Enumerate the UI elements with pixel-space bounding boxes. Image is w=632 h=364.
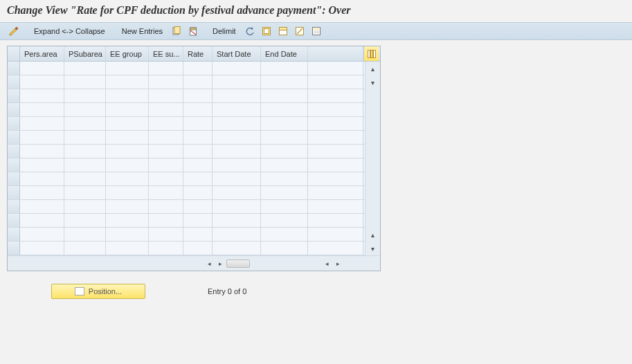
cell[interactable] xyxy=(261,200,308,213)
cell[interactable] xyxy=(261,62,308,75)
cell[interactable] xyxy=(213,131,261,144)
cell[interactable] xyxy=(308,172,363,185)
cell[interactable] xyxy=(106,145,149,158)
cell[interactable] xyxy=(308,214,363,227)
row-selector[interactable] xyxy=(8,75,20,89)
col-ee-su[interactable]: EE su... xyxy=(149,46,183,61)
cell[interactable] xyxy=(213,200,261,213)
cell[interactable] xyxy=(64,200,106,213)
cell[interactable] xyxy=(261,242,308,255)
table-row[interactable] xyxy=(8,186,365,200)
cell[interactable] xyxy=(149,131,183,144)
table-row[interactable] xyxy=(8,200,365,214)
row-selector[interactable] xyxy=(8,172,20,185)
cell[interactable] xyxy=(213,172,261,185)
cell[interactable] xyxy=(149,62,183,75)
row-selector[interactable] xyxy=(8,131,20,144)
col-start-date[interactable]: Start Date xyxy=(213,46,261,61)
cell[interactable] xyxy=(183,117,213,130)
cell[interactable] xyxy=(213,89,261,102)
row-selector[interactable] xyxy=(8,200,20,213)
cell[interactable] xyxy=(308,242,363,255)
cell[interactable] xyxy=(261,145,308,158)
row-selector[interactable] xyxy=(8,214,20,227)
table-row[interactable] xyxy=(8,145,365,158)
cell[interactable] xyxy=(308,186,363,199)
cell[interactable] xyxy=(149,242,183,255)
cell[interactable] xyxy=(183,145,213,158)
table-row[interactable] xyxy=(8,103,365,117)
configure-columns-icon[interactable] xyxy=(363,46,379,61)
cell[interactable] xyxy=(106,172,149,185)
cell[interactable] xyxy=(213,158,261,172)
cell[interactable] xyxy=(64,228,106,241)
col-pers-area[interactable]: Pers.area xyxy=(20,46,64,61)
col-end-date[interactable]: End Date xyxy=(261,46,308,61)
cell[interactable] xyxy=(261,103,308,116)
cell[interactable] xyxy=(213,62,261,75)
cell[interactable] xyxy=(106,242,149,255)
cell[interactable] xyxy=(20,62,64,75)
print-icon[interactable] xyxy=(309,24,324,38)
cell[interactable] xyxy=(308,145,363,158)
row-selector[interactable] xyxy=(8,158,20,172)
cell[interactable] xyxy=(20,172,64,185)
cell[interactable] xyxy=(106,200,149,213)
cell[interactable] xyxy=(308,103,363,116)
cell[interactable] xyxy=(261,186,308,199)
cell[interactable] xyxy=(261,131,308,144)
cell[interactable] xyxy=(183,89,213,102)
cell[interactable] xyxy=(20,145,64,158)
col-psubarea[interactable]: PSubarea xyxy=(64,46,106,61)
new-entries-button[interactable]: New Entries xyxy=(117,25,168,37)
cell[interactable] xyxy=(20,200,64,213)
cell[interactable] xyxy=(106,75,149,89)
cell[interactable] xyxy=(261,158,308,172)
cell[interactable] xyxy=(183,214,213,227)
cell[interactable] xyxy=(106,158,149,172)
cell[interactable] xyxy=(149,214,183,227)
cell[interactable] xyxy=(261,75,308,89)
table-row[interactable] xyxy=(8,89,365,103)
copy-as-icon[interactable] xyxy=(169,24,184,38)
row-selector[interactable] xyxy=(8,242,20,255)
deselect-all-icon[interactable] xyxy=(292,24,307,38)
cell[interactable] xyxy=(183,200,213,213)
position-button[interactable]: Position... xyxy=(51,284,145,299)
row-selector[interactable] xyxy=(8,228,20,241)
table-row[interactable] xyxy=(8,172,365,186)
cell[interactable] xyxy=(183,158,213,172)
cell[interactable] xyxy=(213,186,261,199)
table-row[interactable] xyxy=(8,242,365,255)
hscroll-right-icon[interactable]: ▸ xyxy=(215,259,225,269)
cell[interactable] xyxy=(64,103,106,116)
cell[interactable] xyxy=(20,89,64,102)
cell[interactable] xyxy=(149,145,183,158)
cell[interactable] xyxy=(64,75,106,89)
cell[interactable] xyxy=(149,75,183,89)
hscroll-left-icon[interactable]: ◂ xyxy=(204,259,214,269)
cell[interactable] xyxy=(106,117,149,130)
cell[interactable] xyxy=(213,242,261,255)
hscroll-thumb[interactable] xyxy=(226,260,250,268)
cell[interactable] xyxy=(308,158,363,172)
table-row[interactable] xyxy=(8,131,365,145)
cell[interactable] xyxy=(20,186,64,199)
row-selector[interactable] xyxy=(8,117,20,130)
cell[interactable] xyxy=(64,117,106,130)
row-selector[interactable] xyxy=(8,62,20,75)
cell[interactable] xyxy=(106,131,149,144)
cell[interactable] xyxy=(64,145,106,158)
cell[interactable] xyxy=(149,89,183,102)
table-row[interactable] xyxy=(8,75,365,89)
scroll-up2-icon[interactable]: ▴ xyxy=(368,229,379,240)
cell[interactable] xyxy=(149,172,183,185)
cell[interactable] xyxy=(20,117,64,130)
scroll-up-icon[interactable]: ▴ xyxy=(368,63,379,74)
cell[interactable] xyxy=(213,117,261,130)
cell[interactable] xyxy=(261,214,308,227)
cell[interactable] xyxy=(149,158,183,172)
cell[interactable] xyxy=(183,186,213,199)
cell[interactable] xyxy=(106,186,149,199)
cell[interactable] xyxy=(64,242,106,255)
